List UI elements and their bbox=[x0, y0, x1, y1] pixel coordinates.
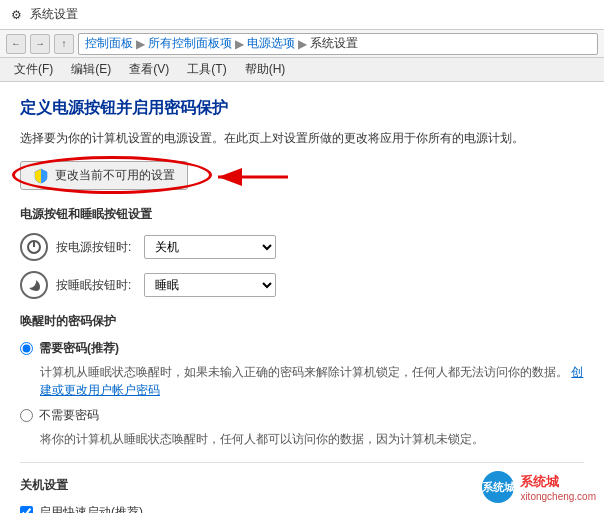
red-arrow-indicator bbox=[210, 163, 290, 194]
menu-help[interactable]: 帮助(H) bbox=[237, 59, 294, 80]
fast-startup-label: 启用快速启动(推荐) bbox=[39, 504, 143, 513]
page-title: 定义电源按钮并启用密码保护 bbox=[20, 98, 584, 119]
require-password-row: 需要密码(推荐) bbox=[20, 340, 584, 357]
up-button[interactable]: ↑ bbox=[54, 34, 74, 54]
power-button-label: 按电源按钮时: bbox=[56, 239, 136, 256]
path-current: 系统设置 bbox=[310, 35, 358, 52]
address-path: 控制面板 ▶ 所有控制面板项 ▶ 电源选项 ▶ 系统设置 bbox=[78, 33, 598, 55]
watermark-url: xitongcheng.com bbox=[520, 491, 596, 502]
path-all-items[interactable]: 所有控制面板项 bbox=[148, 35, 232, 52]
password-section-title: 唤醒时的密码保护 bbox=[20, 313, 584, 330]
require-password-label: 需要密码(推荐) bbox=[39, 340, 119, 357]
power-button-icon bbox=[20, 233, 48, 261]
forward-button[interactable]: → bbox=[30, 34, 50, 54]
sleep-button-icon bbox=[20, 271, 48, 299]
main-content: 定义电源按钮并启用密码保护 选择要为你的计算机设置的电源设置。在此页上对设置所做… bbox=[0, 82, 604, 513]
change-settings-button[interactable]: 更改当前不可用的设置 bbox=[20, 161, 188, 190]
sleep-button-select[interactable]: 睡眠 关机 休眠 不执行任何操作 bbox=[144, 273, 276, 297]
no-password-desc: 将你的计算机从睡眠状态唤醒时，任何人都可以访问你的数据，因为计算机未锁定。 bbox=[40, 430, 584, 448]
title-bar: ⚙ 系统设置 bbox=[0, 0, 604, 30]
watermark-brand: 系统城 bbox=[520, 473, 596, 491]
menu-bar: 文件(F) 编辑(E) 查看(V) 工具(T) 帮助(H) bbox=[0, 58, 604, 82]
menu-tools[interactable]: 工具(T) bbox=[179, 59, 234, 80]
svg-text:系统城: 系统城 bbox=[482, 481, 516, 493]
power-sleep-section-title: 电源按钮和睡眠按钮设置 bbox=[20, 206, 584, 223]
menu-file[interactable]: 文件(F) bbox=[6, 59, 61, 80]
page-description: 选择要为你的计算机设置的电源设置。在此页上对设置所做的更改将应用于你所有的电源计… bbox=[20, 129, 584, 147]
require-password-radio[interactable] bbox=[20, 342, 33, 355]
change-button-row: 更改当前不可用的设置 bbox=[20, 161, 584, 190]
watermark-logo: 系统城 bbox=[480, 469, 516, 505]
sleep-button-row: 按睡眠按钮时: 睡眠 关机 休眠 不执行任何操作 bbox=[20, 271, 584, 299]
fast-startup-checkbox[interactable] bbox=[20, 506, 33, 513]
fast-startup-row: 启用快速启动(推荐) bbox=[20, 504, 584, 513]
address-bar: ← → ↑ 控制面板 ▶ 所有控制面板项 ▶ 电源选项 ▶ 系统设置 bbox=[0, 30, 604, 58]
no-password-row: 不需要密码 bbox=[20, 407, 584, 424]
path-control-panel[interactable]: 控制面板 bbox=[85, 35, 133, 52]
window-icon: ⚙ bbox=[8, 7, 24, 23]
sleep-button-label: 按睡眠按钮时: bbox=[56, 277, 136, 294]
path-power-options[interactable]: 电源选项 bbox=[247, 35, 295, 52]
watermark: 系统城 系统城 xitongcheng.com bbox=[480, 469, 596, 505]
back-button[interactable]: ← bbox=[6, 34, 26, 54]
password-section: 唤醒时的密码保护 需要密码(推荐) 计算机从睡眠状态唤醒时，如果未输入正确的密码… bbox=[20, 313, 584, 448]
shield-uac-icon bbox=[33, 168, 49, 184]
power-button-row: 按电源按钮时: 关机 睡眠 休眠 不执行任何操作 bbox=[20, 233, 584, 261]
menu-edit[interactable]: 编辑(E) bbox=[63, 59, 119, 80]
no-password-radio[interactable] bbox=[20, 409, 33, 422]
require-password-desc: 计算机从睡眠状态唤醒时，如果未输入正确的密码来解除计算机锁定，任何人都无法访问你… bbox=[40, 363, 584, 399]
menu-view[interactable]: 查看(V) bbox=[121, 59, 177, 80]
window-title: 系统设置 bbox=[30, 6, 78, 23]
change-settings-label: 更改当前不可用的设置 bbox=[55, 167, 175, 184]
no-password-label: 不需要密码 bbox=[39, 407, 99, 424]
power-button-select[interactable]: 关机 睡眠 休眠 不执行任何操作 bbox=[144, 235, 276, 259]
